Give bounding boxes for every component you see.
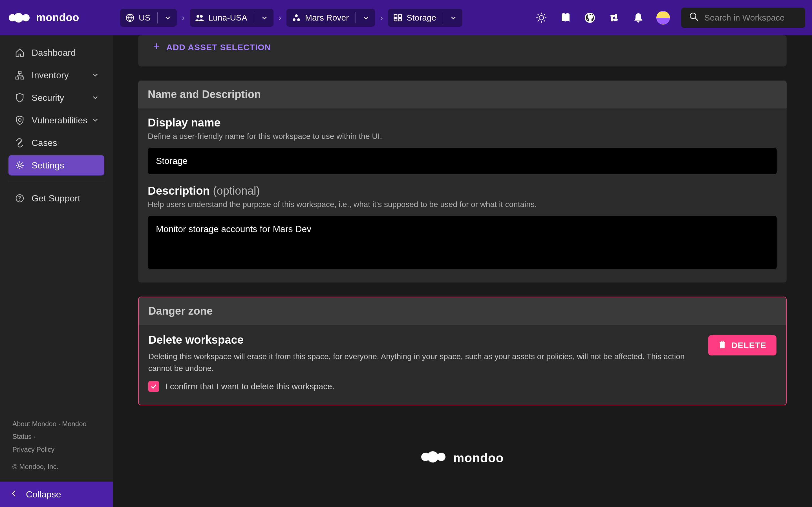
github-icon[interactable] [583, 11, 596, 24]
display-name-help: Define a user-friendly name for this wor… [148, 132, 777, 141]
collapse-sidebar-button[interactable]: Collapse [0, 482, 113, 507]
chevron-down-icon[interactable] [163, 13, 173, 23]
svg-point-23 [18, 119, 21, 121]
globe-icon [125, 13, 135, 22]
svg-rect-10 [399, 15, 402, 17]
display-name-input[interactable] [148, 148, 777, 174]
footer-copyright: © Mondoo, Inc. [12, 460, 100, 473]
chevron-down-icon[interactable] [448, 13, 458, 23]
sidebar-item-inventory[interactable]: Inventory [8, 65, 104, 86]
clip-icon [15, 138, 25, 148]
svg-rect-16 [615, 14, 617, 18]
sitemap-icon [15, 70, 25, 80]
bell-icon[interactable] [632, 11, 645, 24]
search-input[interactable] [704, 13, 797, 22]
bug-shield-icon [15, 115, 25, 125]
brand-logo[interactable]: mondoo [8, 11, 116, 24]
svg-point-2 [22, 14, 30, 21]
breadcrumb-org-label: Luna-USA [208, 13, 247, 22]
docs-icon[interactable] [559, 11, 572, 24]
svg-point-1 [14, 13, 23, 22]
help-icon [15, 193, 25, 203]
workspace-icon [393, 13, 403, 22]
svg-rect-11 [394, 18, 397, 21]
delete-workspace-title: Delete workspace [148, 334, 697, 346]
home-icon [15, 48, 25, 58]
chevron-down-icon [92, 70, 99, 80]
sidebar-footer: About Mondoo · Mondoo Status · Privacy P… [0, 417, 113, 482]
brand-logomark-icon [421, 450, 446, 465]
breadcrumb: US › Luna-USA › Mars Rover [120, 9, 462, 27]
brand-wordmark: mondoo [36, 11, 79, 24]
main-content: ADD ASSET SELECTION Name and Description… [113, 35, 812, 507]
svg-point-13 [539, 15, 544, 20]
cluster-icon [292, 13, 301, 22]
breadcrumb-separator: › [379, 13, 384, 22]
chevron-down-icon [92, 115, 99, 126]
danger-zone-card: Danger zone Delete workspace Deleting th… [138, 297, 786, 405]
theme-toggle-icon[interactable] [535, 11, 548, 24]
confirm-delete-checkbox[interactable] [148, 381, 159, 392]
plus-icon [152, 42, 161, 52]
breadcrumb-space[interactable]: Mars Rover [287, 9, 375, 27]
sidebar-item-security[interactable]: Security [8, 88, 104, 108]
svg-point-30 [437, 453, 446, 461]
footer-about-link[interactable]: About Mondoo [12, 420, 56, 428]
asset-selection-card: ADD ASSET SELECTION [138, 35, 786, 66]
svg-rect-27 [720, 342, 724, 348]
brand-wordmark: mondoo [453, 451, 504, 465]
shield-icon [15, 93, 25, 103]
svg-point-29 [427, 451, 439, 462]
breadcrumb-workspace[interactable]: Storage [388, 9, 462, 27]
sidebar-item-support[interactable]: Get Support [8, 188, 104, 209]
avatar[interactable] [656, 11, 670, 24]
name-description-header: Name and Description [138, 80, 786, 108]
add-asset-selection-button[interactable]: ADD ASSET SELECTION [138, 35, 786, 66]
add-asset-selection-label: ADD ASSET SELECTION [166, 43, 271, 52]
svg-rect-9 [394, 15, 397, 17]
footer-privacy-link[interactable]: Privacy Policy [12, 446, 54, 453]
svg-point-4 [197, 15, 199, 18]
chevron-down-icon[interactable] [259, 13, 269, 23]
sidebar-item-label: Settings [32, 160, 64, 171]
svg-rect-12 [399, 18, 402, 21]
display-name-title: Display name [148, 116, 777, 129]
svg-point-24 [18, 164, 21, 167]
chevron-down-icon [92, 93, 99, 103]
sidebar-item-vulnerabilities[interactable]: Vulnerabilities [8, 110, 104, 130]
slack-icon[interactable] [608, 11, 620, 24]
svg-rect-21 [16, 77, 18, 79]
sidebar-item-label: Get Support [32, 193, 80, 204]
sidebar-item-cases[interactable]: Cases [8, 133, 104, 153]
search-box[interactable] [681, 8, 805, 28]
breadcrumb-region[interactable]: US [120, 9, 177, 27]
sidebar: Dashboard Inventory Security [0, 35, 113, 507]
svg-point-7 [293, 18, 296, 21]
svg-rect-20 [18, 71, 21, 73]
chevron-left-icon [10, 489, 18, 500]
search-icon [689, 12, 699, 23]
topbar: mondoo US › Luna-USA › [0, 0, 812, 35]
name-description-card: Name and Description Display name Define… [138, 80, 786, 283]
svg-point-26 [19, 200, 20, 201]
sidebar-item-label: Vulnerabilities [32, 115, 87, 126]
trash-icon [718, 340, 726, 351]
description-input[interactable] [148, 216, 777, 269]
breadcrumb-org[interactable]: Luna-USA [190, 9, 273, 27]
svg-rect-15 [611, 17, 613, 21]
breadcrumb-space-label: Mars Rover [305, 13, 349, 22]
svg-rect-18 [613, 18, 618, 21]
sidebar-item-settings[interactable]: Settings [8, 155, 104, 175]
chevron-down-icon[interactable] [361, 13, 371, 23]
svg-point-6 [295, 14, 298, 17]
sidebar-item-label: Security [32, 93, 64, 103]
topbar-actions [535, 11, 670, 24]
description-title: Description (optional) [148, 184, 777, 197]
sidebar-item-dashboard[interactable]: Dashboard [8, 43, 104, 63]
svg-point-19 [690, 13, 696, 18]
svg-rect-17 [610, 15, 615, 17]
danger-zone-header: Danger zone [139, 297, 786, 325]
delete-button[interactable]: DELETE [708, 335, 776, 355]
breadcrumb-separator: › [181, 13, 186, 22]
svg-point-5 [200, 15, 203, 18]
